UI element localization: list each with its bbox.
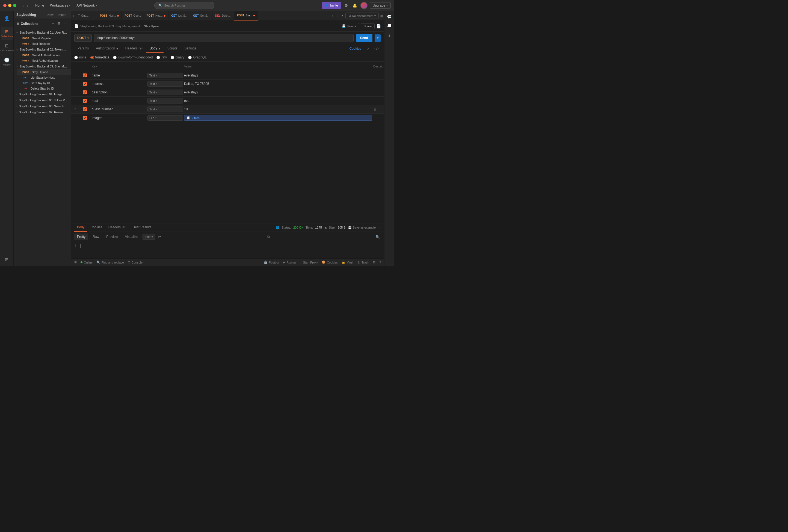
postbot-button[interactable]: 🤖 Postbot bbox=[264, 260, 279, 264]
format-selector[interactable]: Text ▾ bbox=[142, 234, 155, 240]
collection-folder-2[interactable]: ▾ StayBooking Backend 02. Token Auth... … bbox=[14, 46, 71, 63]
list-item[interactable]: POST Guest Register bbox=[17, 36, 71, 41]
list-item[interactable]: GET List Stays by Host bbox=[17, 75, 71, 80]
row-checkbox[interactable] bbox=[83, 82, 87, 86]
wrap-button[interactable]: ⇌ bbox=[157, 234, 162, 240]
save-button[interactable]: 💾 Save as example Save ▾ bbox=[339, 23, 359, 29]
body-type-graphql[interactable]: GraphQL bbox=[188, 56, 206, 59]
send-button[interactable]: Send bbox=[356, 34, 372, 42]
tab-params[interactable]: Params bbox=[74, 44, 92, 53]
collection-folder-4[interactable]: › StayBooking Backend 04. Image Servi... bbox=[14, 91, 71, 97]
row-checkbox[interactable] bbox=[83, 74, 87, 77]
list-item[interactable]: POST Host Register bbox=[17, 41, 71, 46]
right-info-button[interactable]: ℹ bbox=[385, 31, 393, 39]
workspace-switcher[interactable]: 👤 bbox=[1, 14, 13, 23]
row-checkbox[interactable] bbox=[83, 91, 87, 94]
tab-scripts[interactable]: Scripts bbox=[164, 44, 181, 53]
more-options-button[interactable]: ··· bbox=[63, 21, 68, 26]
layout-button[interactable]: ⊞ bbox=[379, 13, 384, 19]
type-selector[interactable]: Text ▾ bbox=[147, 81, 183, 86]
layout-toggle[interactable]: ⊞ bbox=[74, 260, 77, 264]
body-type-binary[interactable]: binary bbox=[171, 56, 184, 59]
drag-handle[interactable]: ⠿ bbox=[74, 108, 82, 111]
tab-t-gue[interactable]: T Gue... bbox=[75, 11, 97, 20]
body-type-raw[interactable]: raw bbox=[156, 56, 166, 59]
invite-button[interactable]: 👤 Invite bbox=[322, 2, 341, 9]
tabs-scroll-left-button[interactable]: ‹ bbox=[71, 13, 75, 19]
type-selector[interactable]: Text ▾ bbox=[147, 73, 183, 78]
collection-folder-3[interactable]: ▾ StayBooking Backend 03. Stay Manag... … bbox=[14, 63, 71, 91]
view-tab-pretty[interactable]: Pretty bbox=[74, 234, 88, 240]
history-sidebar-item[interactable]: 🕐 History bbox=[1, 55, 13, 68]
close-button[interactable] bbox=[3, 4, 6, 7]
env-selector[interactable]: ⊡ No environment ▾ bbox=[346, 13, 379, 19]
list-item[interactable]: POST Stay Upload bbox=[17, 70, 71, 75]
fullscreen-button[interactable]: ↗ bbox=[364, 44, 372, 53]
search-bar[interactable]: 🔍 Search Postman bbox=[154, 2, 214, 9]
cookies-link[interactable]: Cookies bbox=[350, 44, 361, 53]
view-tab-raw[interactable]: Raw bbox=[90, 234, 102, 240]
row-checkbox[interactable] bbox=[83, 107, 87, 111]
type-selector[interactable]: Text ▾ bbox=[147, 90, 183, 95]
add-collection-button[interactable]: + bbox=[51, 21, 55, 26]
tab-del-delet[interactable]: DEL Delet... bbox=[212, 11, 234, 20]
url-input[interactable] bbox=[94, 34, 354, 42]
home-button[interactable]: Home bbox=[33, 2, 46, 8]
resp-tab-test-results[interactable]: Test Results bbox=[131, 223, 154, 232]
copy-response-button[interactable]: ⧉ bbox=[266, 234, 271, 240]
console-button[interactable]: ⊡ Console bbox=[128, 260, 142, 264]
row-checkbox[interactable] bbox=[83, 99, 87, 103]
tab-get-gets[interactable]: GET Get S... bbox=[190, 11, 212, 20]
code-view-button[interactable]: </> bbox=[373, 44, 381, 53]
search-response-button[interactable]: 🔍 bbox=[374, 234, 381, 240]
upgrade-button[interactable]: Upgrade ▾ bbox=[370, 2, 391, 9]
list-item[interactable]: POST Host Authentication bbox=[17, 58, 71, 63]
workspaces-button[interactable]: Workspaces ▾ bbox=[48, 2, 73, 8]
online-status[interactable]: Online bbox=[81, 261, 93, 264]
collection-folder-1[interactable]: ▾ StayBooking Backend 01. User Registr..… bbox=[14, 29, 71, 46]
tab-get-list[interactable]: GET List S... bbox=[169, 11, 190, 20]
settings-button[interactable]: ⚙ bbox=[343, 2, 349, 9]
documentation-button[interactable]: 📄 bbox=[376, 24, 381, 28]
body-type-form-data[interactable]: form-data bbox=[91, 56, 109, 59]
start-proxy-button[interactable]: ↕ Start Proxy bbox=[300, 261, 318, 264]
filter-button[interactable]: ☰ bbox=[56, 21, 62, 26]
resp-tab-headers[interactable]: Headers (10) bbox=[106, 223, 130, 232]
view-tab-preview[interactable]: Preview bbox=[103, 234, 121, 240]
collections-sidebar-item[interactable]: ⊞ Collections bbox=[1, 27, 13, 40]
type-selector[interactable]: File ▾ bbox=[147, 115, 183, 121]
runner-button[interactable]: ▶ Runner bbox=[283, 260, 296, 264]
list-item[interactable]: GET Get Stay by ID bbox=[17, 80, 71, 86]
environments-sidebar-item[interactable]: ⊡ Environments bbox=[1, 41, 13, 54]
row-checkbox[interactable] bbox=[83, 116, 87, 120]
maximize-button[interactable] bbox=[13, 4, 16, 7]
vault-button[interactable]: 🔒 Vault bbox=[341, 260, 353, 264]
tabs-scroll-right-button[interactable]: › bbox=[330, 13, 334, 19]
collection-folder-6[interactable]: › StayBooking Backend 06. Search bbox=[14, 103, 71, 109]
notifications-button[interactable]: 🔔 bbox=[351, 2, 358, 9]
tabs-dropdown-button[interactable]: ▾ bbox=[340, 13, 344, 19]
body-type-none[interactable]: none bbox=[74, 56, 86, 59]
list-item[interactable]: POST Guest Authentication bbox=[17, 53, 71, 58]
list-item[interactable]: DEL Delete Stay by ID bbox=[17, 86, 71, 91]
find-replace-button[interactable]: 🔍 Find and replace bbox=[96, 260, 124, 264]
method-selector[interactable]: POST ▾ bbox=[74, 34, 92, 42]
save-as-example-button[interactable]: 💾 Save as example bbox=[348, 226, 376, 230]
tab-post-sta-active[interactable]: POST Sta... bbox=[234, 11, 258, 20]
back-button[interactable]: ‹ bbox=[21, 3, 25, 8]
file-badge[interactable]: 📋 2 files bbox=[184, 115, 372, 121]
tab-post-hos-1[interactable]: POST Hos... bbox=[97, 11, 122, 20]
trash-button[interactable]: 🗑 Trash bbox=[357, 261, 369, 264]
help-button[interactable]: ? bbox=[379, 261, 381, 264]
forward-button[interactable]: › bbox=[26, 3, 29, 8]
delete-row-button[interactable]: 🗑 bbox=[373, 107, 381, 112]
response-more-button[interactable]: ··· bbox=[378, 225, 381, 230]
minimize-button[interactable] bbox=[8, 4, 12, 7]
type-selector[interactable]: Text ▾ bbox=[147, 98, 183, 103]
send-dropdown-button[interactable]: ▾ bbox=[375, 34, 381, 42]
tab-body[interactable]: Body bbox=[146, 44, 163, 53]
resp-tab-cookies[interactable]: Cookies bbox=[87, 223, 105, 232]
zoom-button[interactable]: ⊞ bbox=[373, 260, 375, 264]
share-button[interactable]: Share bbox=[361, 23, 375, 29]
cookies-status-button[interactable]: 🍪 Cookies bbox=[322, 260, 338, 264]
